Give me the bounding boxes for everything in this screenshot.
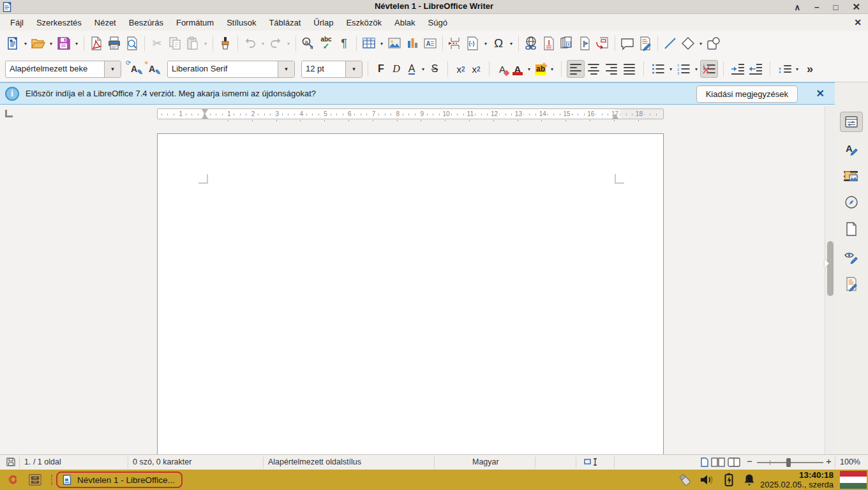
- save-button[interactable]: [55, 34, 73, 52]
- sidebar-tab-properties[interactable]: [840, 112, 863, 132]
- file-manager-icon[interactable]: [28, 473, 42, 487]
- save-status-icon[interactable]: [6, 457, 15, 466]
- font-name-combo[interactable]: Liberation Serif ▾: [167, 61, 295, 78]
- language-status[interactable]: Magyar: [472, 457, 499, 466]
- insert-bookmark-button[interactable]: [576, 34, 594, 52]
- right-indent-marker[interactable]: [612, 114, 618, 119]
- sidebar-tab-styles[interactable]: A: [840, 138, 863, 159]
- spelling-button[interactable]: abc✓: [317, 34, 335, 52]
- notifications-bell-icon[interactable]: [743, 473, 756, 487]
- toolbar-overflow-button[interactable]: »: [801, 60, 819, 78]
- underline-button[interactable]: A: [404, 60, 419, 78]
- line-spacing-button[interactable]: ↕: [775, 60, 793, 78]
- scrollbar-thumb[interactable]: [827, 241, 834, 296]
- paste-button[interactable]: [184, 34, 202, 52]
- draw-functions-button[interactable]: [705, 34, 722, 52]
- insert-line-button[interactable]: [661, 34, 679, 52]
- menu-sugo[interactable]: Súgó: [422, 15, 454, 30]
- indent-marker-bottom[interactable]: [202, 114, 208, 119]
- insert-fields-more-button[interactable]: [i]: [558, 34, 576, 52]
- sidebar-tab-manage-changes[interactable]: [840, 274, 863, 294]
- export-pdf-button[interactable]: [87, 34, 105, 52]
- insert-field-dropdown[interactable]: ▾: [482, 34, 490, 52]
- sidebar-tab-page[interactable]: [840, 219, 863, 239]
- document-workspace[interactable]: [0, 121, 825, 454]
- paragraph-style-dropdown[interactable]: ▾: [104, 61, 121, 77]
- font-size-combo[interactable]: 12 pt ▾: [301, 61, 363, 78]
- document-page[interactable]: [157, 133, 664, 454]
- subscript-button[interactable]: x2: [468, 60, 484, 78]
- battery-icon[interactable]: [722, 473, 735, 487]
- highlight-color-button[interactable]: ab✎: [533, 60, 548, 78]
- paragraph-style-value[interactable]: Alapértelmezett beke: [6, 61, 104, 77]
- insert-chart-button[interactable]: [403, 34, 421, 52]
- menu-tablazat[interactable]: Táblázat: [262, 15, 307, 30]
- sidebar-tab-gallery[interactable]: [840, 165, 863, 186]
- increase-indent-button[interactable]: [729, 60, 747, 78]
- insert-image-button[interactable]: [385, 34, 403, 52]
- vertical-scrollbar[interactable]: [825, 106, 835, 454]
- redo-button[interactable]: [267, 34, 285, 52]
- cut-button[interactable]: ✂: [148, 34, 166, 52]
- update-style-button[interactable]: A⟳✎: [125, 60, 143, 78]
- menu-formatum[interactable]: Formátum: [170, 15, 220, 30]
- insert-textbox-button[interactable]: A: [421, 34, 439, 52]
- align-justify-button[interactable]: [620, 60, 638, 78]
- menu-ablak[interactable]: Ablak: [388, 15, 422, 30]
- shade-button[interactable]: ∧: [794, 3, 800, 12]
- special-character-dropdown[interactable]: ▾: [507, 34, 515, 52]
- track-changes-button[interactable]: [636, 34, 654, 52]
- debian-menu-icon[interactable]: [6, 473, 20, 487]
- superscript-button[interactable]: x2: [453, 60, 468, 78]
- align-center-button[interactable]: [585, 60, 602, 78]
- ruler[interactable]: 1123456789101112131415161718: [157, 108, 664, 119]
- close-button[interactable]: ✕: [852, 1, 860, 13]
- special-character-button[interactable]: Ω: [490, 34, 507, 52]
- paragraph-style-combo[interactable]: Alapértelmezett beke ▾: [5, 61, 121, 78]
- italic-button[interactable]: D: [389, 60, 404, 78]
- no-list-button[interactable]: 1: [700, 60, 718, 78]
- new-document-dropdown[interactable]: ▾: [22, 34, 29, 52]
- menu-eszkozok[interactable]: Eszközök: [340, 15, 388, 30]
- underline-dropdown[interactable]: ▾: [419, 60, 427, 78]
- infobar-close-icon[interactable]: ✕: [816, 87, 825, 100]
- new-style-button[interactable]: A✶✎: [143, 60, 161, 78]
- usb-device-icon[interactable]: [678, 473, 692, 487]
- font-size-dropdown[interactable]: ▾: [345, 61, 362, 77]
- minimize-button[interactable]: −: [814, 3, 819, 12]
- bullet-list-dropdown[interactable]: ▾: [667, 60, 675, 78]
- font-size-value[interactable]: 12 pt: [302, 61, 345, 77]
- strikethrough-button[interactable]: S: [427, 60, 442, 78]
- menu-stilusok[interactable]: Stílusok: [220, 15, 262, 30]
- line-spacing-dropdown[interactable]: ▾: [793, 60, 801, 78]
- decrease-indent-button[interactable]: [747, 60, 765, 78]
- menu-beszuras[interactable]: Beszúrás: [123, 15, 170, 30]
- copy-button[interactable]: [166, 34, 184, 52]
- align-right-button[interactable]: [602, 60, 620, 78]
- release-notes-button[interactable]: Kiadási megjegyzések: [696, 85, 798, 103]
- formatting-marks-button[interactable]: ¶: [335, 34, 353, 52]
- zoom-slider-thumb[interactable]: [786, 458, 791, 467]
- print-button[interactable]: [105, 34, 123, 52]
- font-name-value[interactable]: Liberation Serif: [168, 61, 278, 77]
- insert-table-button[interactable]: [360, 34, 378, 52]
- insert-page-number-button[interactable]: 1: [540, 34, 558, 52]
- paste-dropdown[interactable]: ▾: [202, 34, 209, 52]
- bold-button[interactable]: F: [373, 60, 389, 78]
- find-replace-button[interactable]: ad: [299, 34, 317, 52]
- undo-dropdown[interactable]: ▾: [259, 34, 267, 52]
- taskbar-window-button[interactable]: Névtelen 1 - LibreOffice...: [56, 471, 183, 488]
- single-page-view-icon[interactable]: [701, 457, 708, 467]
- new-document-button[interactable]: [4, 34, 22, 52]
- redo-dropdown[interactable]: ▾: [285, 34, 292, 52]
- font-name-dropdown[interactable]: ▾: [278, 61, 294, 77]
- insert-field-button[interactable]: (-): [464, 34, 482, 52]
- taskbar-clock[interactable]: 13:40:18 2025.02.05., szerda: [760, 470, 834, 489]
- page-count-status[interactable]: 1. / 1 oldal: [24, 457, 61, 466]
- print-preview-button[interactable]: [123, 34, 141, 52]
- numbered-list-dropdown[interactable]: ▾: [692, 60, 700, 78]
- basic-shapes-dropdown[interactable]: ▾: [697, 34, 705, 52]
- undo-button[interactable]: [241, 34, 259, 52]
- tab-stop-selector[interactable]: [5, 110, 13, 117]
- multi-page-view-icon[interactable]: [711, 457, 725, 467]
